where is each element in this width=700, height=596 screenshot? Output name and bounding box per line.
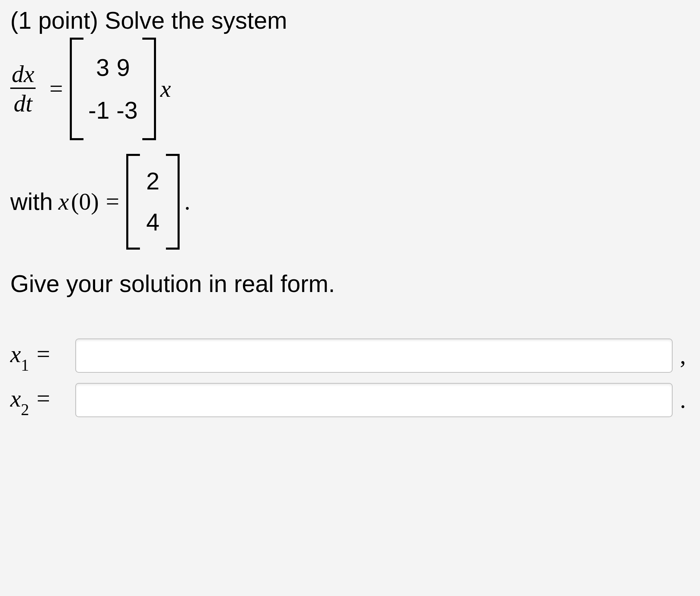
matrix-row-2: -1 -3 [88,98,138,122]
initial-condition: with x(0) = 2 4 . [10,154,690,250]
differential-equation: dx dt = 3 9 -1 -3 x [10,38,690,140]
x1-equals: = [29,341,51,367]
ic-argument: (0) [71,188,99,215]
matrix-a21: -1 [88,98,109,122]
prompt-text: Solve the system [105,7,287,34]
prompt-line: (1 point) Solve the system [10,7,690,34]
matrix-a22: -3 [116,98,138,122]
matrix-row-1: 3 9 [88,56,138,80]
matrix-a12: 9 [116,56,130,80]
x2-equals: = [29,385,51,412]
x2-label: x2 = [10,385,75,415]
coefficient-matrix: 3 9 -1 -3 [70,38,156,140]
vector-variable-x: x [160,75,171,103]
x1-var: x [10,341,21,367]
bracket-right-icon [142,38,156,140]
x2-trailing-period: . [676,386,690,414]
with-label: with [10,188,53,215]
matrix-body: 3 9 -1 -3 [83,38,143,140]
x2-subscript: 2 [21,400,29,419]
equals-sign: = [49,75,63,103]
initial-vector: 2 4 [126,154,180,250]
x2-var: x [10,385,21,412]
x1-input[interactable] [75,339,673,373]
matrix-a11: 3 [96,56,109,80]
fraction-denominator: dt [10,88,36,116]
problem-page: (1 point) Solve the system dx dt = 3 9 -… [0,0,700,596]
x1-label: x1 = [10,341,75,371]
ic-row-2: 4 [146,210,160,234]
ic-period: . [184,188,191,215]
answer-row-x2: x2 = . [10,383,690,417]
ic-v2: 4 [146,210,160,234]
x1-subscript: 1 [21,356,29,374]
ic-variable: x [58,188,69,215]
instruction-text: Give your solution in real form. [10,270,690,297]
ic-v1: 2 [146,169,160,193]
fraction-numerator: dx [10,62,36,88]
points-label: (1 point) [10,7,105,34]
ic-vector-body: 2 4 [140,154,166,250]
answer-row-x1: x1 = , [10,339,690,373]
ic-row-1: 2 [146,169,160,193]
x2-input[interactable] [75,383,673,417]
dx-dt-fraction: dx dt [10,62,36,116]
bracket-left-icon [126,154,140,250]
ic-equals: = [106,188,119,215]
bracket-right-icon [166,154,180,250]
x1-trailing-comma: , [676,342,690,369]
bracket-left-icon [70,38,83,140]
